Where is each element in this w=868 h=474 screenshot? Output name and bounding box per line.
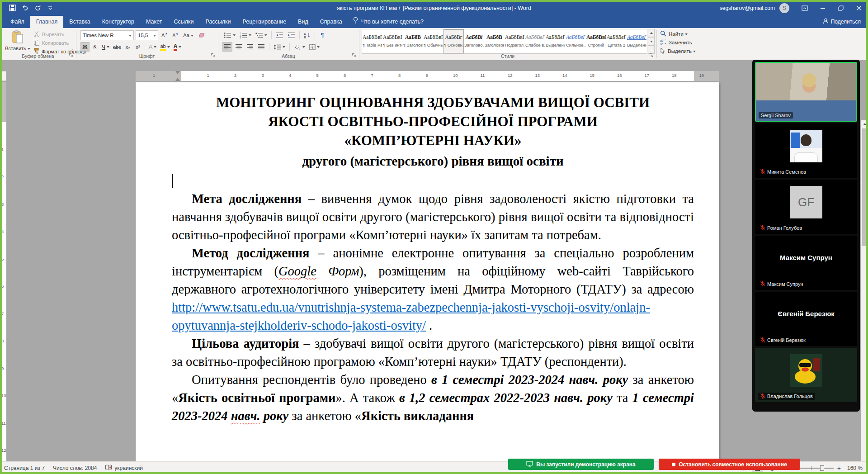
clear-formatting-button[interactable] <box>197 31 207 40</box>
ribbon-tab-file[interactable]: Файл <box>5 16 30 28</box>
close-icon[interactable] <box>850 0 868 16</box>
style-item[interactable]: АаБбВіЗаголово... <box>464 29 484 53</box>
horizontal-ruler[interactable]: 112345678910111213141516171819 <box>136 71 719 81</box>
shading-button[interactable] <box>292 42 307 52</box>
bold-button[interactable]: Ж <box>80 42 90 52</box>
account-email[interactable]: segsharov@gmail.com <box>720 5 775 11</box>
find-button[interactable]: Найти <box>660 30 696 38</box>
grow-font-button[interactable]: А▲ <box>160 31 169 40</box>
word-count[interactable]: Число слов: 2084 <box>49 465 101 471</box>
strikethrough-button[interactable]: abc <box>112 42 123 52</box>
tab-selector-box[interactable] <box>0 71 6 81</box>
style-item[interactable]: АаБбВ¶ Заголов... <box>403 29 423 53</box>
restore-icon[interactable] <box>832 0 850 16</box>
style-item[interactable]: АаБбВг¶ Основн... <box>443 29 464 53</box>
select-button[interactable]: Выделить <box>660 47 696 55</box>
style-item[interactable]: АаБбВвГаВыделение <box>545 29 566 53</box>
participant-tile[interactable]: Владислав Гольцов <box>755 348 857 402</box>
bullets-button[interactable] <box>222 30 237 40</box>
document-scrollbar[interactable] <box>861 120 868 461</box>
paste-button[interactable]: Вставить <box>5 30 31 57</box>
align-center-button[interactable] <box>234 42 244 52</box>
ribbon-tab-references[interactable]: Ссылки <box>168 16 199 28</box>
participant-tile[interactable]: Максим СупрунМаксим Супрун <box>755 236 857 290</box>
style-item[interactable]: АаБбВвГаСильное... <box>566 29 586 53</box>
undo-icon[interactable] <box>19 2 31 14</box>
screen-share-banner[interactable]: Вы запустили демонстрацию экрана <box>508 459 654 470</box>
style-item[interactable]: АаБбВвГ¶ Table Pa... <box>362 29 382 53</box>
ribbon-tab-insert[interactable]: Вставка <box>63 16 96 28</box>
decrease-indent-button[interactable] <box>274 30 285 40</box>
scroll-up-icon[interactable] <box>861 120 868 128</box>
text-highlight-button[interactable]: ab <box>159 42 171 52</box>
proofing-status[interactable]: украинский <box>101 465 147 472</box>
copy-button[interactable]: Копировать <box>33 39 86 47</box>
ribbon-tab-view[interactable]: Вид <box>292 16 314 28</box>
styles-scroll-up-icon[interactable] <box>648 29 655 37</box>
save-icon[interactable] <box>6 2 18 14</box>
style-item[interactable]: АаБбВвГг,Строгий <box>586 29 606 53</box>
redo-icon[interactable] <box>32 2 43 14</box>
italic-button[interactable]: К <box>90 42 99 52</box>
zoom-in-button[interactable]: + <box>837 465 841 472</box>
shrink-font-button[interactable]: А▼ <box>171 31 180 40</box>
participant-tile[interactable]: Євгеній БерезюкЄвгеній Березюк <box>755 292 857 346</box>
numbering-button[interactable]: 123 <box>238 30 253 40</box>
minimize-icon[interactable] <box>814 0 832 16</box>
superscript-button[interactable]: x² <box>133 42 142 52</box>
zoom-level[interactable]: 160 % <box>844 465 863 471</box>
replace-button[interactable]: abac Заменить <box>660 38 696 46</box>
document-hyperlink[interactable]: http://www.tsatu.edu.ua/vnutrishnja-syst… <box>172 300 650 332</box>
ribbon-tab-home[interactable]: Главная <box>30 16 64 28</box>
style-item[interactable]: АаБбВвГ¶ Без инте... <box>382 29 403 53</box>
font-dialog-launcher-icon[interactable] <box>211 53 215 58</box>
page-count[interactable]: Страница 1 из 7 <box>0 465 49 471</box>
align-left-button[interactable] <box>222 42 232 52</box>
line-spacing-button[interactable] <box>272 42 287 52</box>
style-item[interactable]: АаБбВвГ¶ Обычный <box>423 29 443 53</box>
style-item[interactable]: АаБбВвГЦитата 2 <box>606 29 627 53</box>
participant-tile[interactable]: Микита Семенов <box>755 123 857 178</box>
style-item[interactable]: АаБбВЗаголовок <box>484 29 505 53</box>
qat-customize-icon[interactable] <box>44 2 56 14</box>
underline-button[interactable]: Ч <box>100 42 111 52</box>
change-case-button[interactable]: Аа <box>182 31 195 40</box>
style-item[interactable]: АаБбВвГПодзагол... <box>505 29 525 53</box>
participant-tile[interactable]: Sergii Sharov <box>755 62 857 122</box>
font-size-combobox[interactable]: 15,5 <box>136 30 158 40</box>
show-marks-button[interactable]: ¶ <box>318 30 327 40</box>
scrollbar-thumb[interactable] <box>862 128 867 246</box>
document-page[interactable]: МОНІТОРИНГ ОЦІНЮВАННЯ ЗДОБУВАЧАМИ ВИЩОЇ … <box>136 82 719 461</box>
increase-indent-button[interactable] <box>286 30 297 40</box>
share-button[interactable]: Поделиться <box>823 18 861 25</box>
font-name-combobox[interactable]: Times New R <box>80 30 134 40</box>
style-item[interactable]: АаБбВвГВыделенн... <box>627 29 647 53</box>
account-avatar[interactable]: S <box>779 3 789 13</box>
vertical-ruler[interactable]: 123456789101112 <box>0 82 6 461</box>
multilevel-list-button[interactable] <box>254 30 269 40</box>
paragraph-dialog-launcher-icon[interactable] <box>352 53 356 58</box>
styles-dialog-launcher-icon[interactable] <box>649 53 654 58</box>
styles-scroll-down-icon[interactable] <box>648 37 655 45</box>
ribbon-tab-help[interactable]: Справка <box>314 16 348 28</box>
zoom-slider-knob[interactable] <box>820 465 824 471</box>
subscript-button[interactable]: x₂ <box>123 42 132 52</box>
tell-me-box[interactable]: Что вы хотите сделать? <box>348 16 428 28</box>
participant-name-label: Sergii Sharov <box>759 112 793 118</box>
align-right-button[interactable] <box>245 42 255 52</box>
ribbon-tab-design[interactable]: Конструктор <box>96 16 140 28</box>
borders-button[interactable] <box>308 42 321 52</box>
cut-button[interactable]: Вырезать <box>33 30 86 38</box>
stop-sharing-button[interactable]: Остановить совместное использование <box>659 459 800 470</box>
sort-button[interactable]: АЯ <box>302 30 312 40</box>
text-effects-button[interactable]: А <box>147 42 158 52</box>
ribbon-tab-mailings[interactable]: Рассылки <box>199 16 236 28</box>
ribbon-tab-review[interactable]: Рецензирование <box>237 16 292 28</box>
clipboard-dialog-launcher-icon[interactable] <box>69 53 73 58</box>
participant-tile[interactable]: GFРоман Голубев <box>755 180 857 234</box>
justify-button[interactable] <box>256 42 266 52</box>
font-color-button[interactable]: А <box>172 42 183 52</box>
ribbon-display-options-icon[interactable] <box>796 0 814 16</box>
ribbon-tab-layout[interactable]: Макет <box>140 16 168 28</box>
style-item[interactable]: АаБбВвГаСлабое в... <box>525 29 545 53</box>
